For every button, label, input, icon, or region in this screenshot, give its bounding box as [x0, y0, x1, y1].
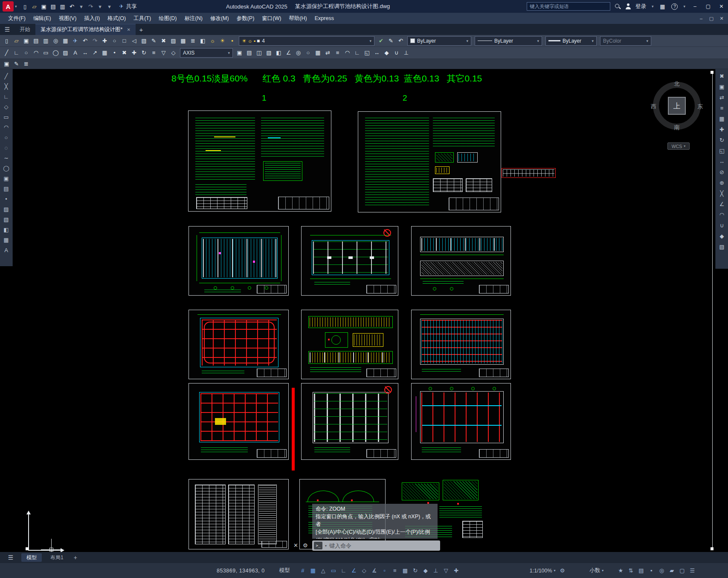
plot-icon[interactable]: ▥: [41, 36, 51, 46]
dynamic-input-icon[interactable]: ▭: [328, 567, 339, 574]
stretch-icon[interactable]: ↔: [717, 157, 727, 166]
isolate-objects-icon[interactable]: ◎: [656, 567, 667, 574]
menu-file[interactable]: 文件(F): [4, 13, 29, 24]
arc-icon[interactable]: ◠: [1, 123, 12, 132]
join-icon[interactable]: ∪: [717, 221, 727, 230]
paste-clip-icon[interactable]: ▩: [178, 36, 188, 46]
grid-icon[interactable]: #: [298, 567, 308, 574]
revcloud-icon[interactable]: ◌: [1, 143, 12, 153]
zoom-realtime-icon[interactable]: ○: [110, 36, 119, 46]
sheet-plan-row2-col2[interactable]: [301, 226, 398, 296]
insert-block-icon[interactable]: ▣: [1, 174, 12, 183]
sheet-section-row2-col3[interactable]: [411, 226, 511, 296]
app-menu-button[interactable]: A: [3, 1, 14, 12]
rotate-icon[interactable]: ↻: [717, 136, 727, 145]
new-tab-button[interactable]: +: [136, 26, 147, 33]
signin-button[interactable]: 登录: [635, 3, 646, 10]
polar-tracking-icon[interactable]: ∠: [349, 567, 359, 574]
clip-icon[interactable]: ◧: [274, 48, 284, 58]
share-button[interactable]: ✈ 共享: [119, 3, 137, 10]
red-revision-bar[interactable]: [292, 388, 295, 471]
doc-minimize-icon[interactable]: –: [697, 16, 705, 21]
cut-clip-icon[interactable]: ✖: [159, 36, 168, 46]
command-caret-icon[interactable]: ▾: [325, 544, 327, 548]
line-icon[interactable]: ╱: [1, 72, 12, 81]
color-plot-legend-text[interactable]: 8号色0.15淡显60% 红色 0.3 青色为0.25 黄色为0.13 蓝色0.…: [171, 73, 482, 84]
sheet-plan-row3-col1[interactable]: [189, 310, 289, 379]
layer-lock-icon[interactable]: ▪: [227, 36, 237, 46]
layer-filter-icon[interactable]: ▽: [159, 48, 168, 58]
help-caret-icon[interactable]: ▾: [683, 4, 685, 9]
previous-layer-icon[interactable]: ↶: [396, 36, 406, 46]
menu-window[interactable]: 窗口(W): [258, 13, 285, 24]
viewport-icon[interactable]: ▣: [2, 59, 12, 69]
layer-color-swatch[interactable]: ■: [257, 38, 260, 44]
trim-icon[interactable]: ⊘: [717, 168, 727, 177]
sheet-section-row3-col2[interactable]: [301, 310, 398, 379]
infer-constraints-icon[interactable]: △: [318, 567, 328, 574]
ellipse-tool-icon[interactable]: ◯: [51, 48, 61, 58]
gizmo-icon[interactable]: ✚: [451, 567, 461, 574]
copy-icon[interactable]: ▣: [717, 82, 727, 92]
annotation-autoscale-icon[interactable]: ⇅: [626, 567, 636, 574]
selection-cycling-icon[interactable]: ↻: [410, 567, 421, 574]
menu-format[interactable]: 格式(O): [104, 13, 130, 24]
menu-view[interactable]: 视图(V): [55, 13, 81, 24]
isodraft-icon[interactable]: ◇: [359, 567, 369, 574]
graphics-performance-icon[interactable]: ▰: [667, 567, 677, 574]
lineweight-dropdown[interactable]: ByLayer ▾: [545, 36, 597, 46]
qat-undo-caret-icon[interactable]: ▾: [77, 3, 86, 10]
viewcube-top-face[interactable]: 上: [668, 97, 686, 115]
window-minimize-icon[interactable]: –: [688, 0, 702, 13]
layer-off-icon[interactable]: ☼: [208, 36, 218, 46]
qat-save-icon[interactable]: ▣: [39, 3, 49, 10]
save-as-icon[interactable]: ▤: [31, 36, 41, 46]
join-icon[interactable]: ∪: [392, 48, 401, 58]
dimension-tool-icon[interactable]: ↔: [80, 48, 90, 58]
group-icon[interactable]: ◎: [293, 48, 303, 58]
workspace-gear-icon[interactable]: ⚙: [560, 567, 565, 574]
app-menu-caret-icon[interactable]: ▾: [15, 4, 17, 9]
annotation-scale-button[interactable]: 1:1/100% ▾: [530, 568, 556, 574]
menu-modify[interactable]: 修改(M): [206, 13, 233, 24]
qat-plot-icon[interactable]: ▥: [58, 3, 67, 10]
gradient-icon[interactable]: ▧: [1, 215, 12, 224]
red-detail-table[interactable]: [502, 168, 556, 178]
viewcube-south-label[interactable]: 南: [653, 124, 701, 131]
menu-help[interactable]: 帮助(H): [285, 13, 310, 24]
qat-redo-caret-icon[interactable]: ▾: [96, 3, 105, 10]
grip-handle[interactable]: [711, 71, 713, 74]
snap-icon[interactable]: ▦: [308, 567, 318, 574]
start-tab[interactable]: 开始: [15, 24, 35, 35]
viewcube-west-label[interactable]: 西: [651, 103, 656, 110]
model-tab[interactable]: 模型: [21, 553, 42, 562]
stretch-icon[interactable]: ↔: [372, 48, 382, 58]
table-tool-icon[interactable]: ▦: [100, 48, 110, 58]
sheet-general-notes-1[interactable]: [188, 110, 331, 212]
layer-bulb-icon[interactable]: ☀: [242, 38, 247, 44]
annotation-visibility-icon[interactable]: ★: [615, 567, 626, 574]
extend-icon[interactable]: ⊕: [717, 178, 727, 188]
clean-screen-icon[interactable]: ▢: [677, 567, 687, 574]
erase-tool-icon[interactable]: ✖: [119, 48, 129, 58]
polyline-tool-icon[interactable]: ∟: [12, 48, 21, 58]
mirror-icon[interactable]: ⇄: [323, 48, 333, 58]
mirror-icon[interactable]: ⇄: [717, 93, 727, 102]
search-icon[interactable]: [615, 3, 621, 10]
array-icon[interactable]: ▦: [313, 48, 323, 58]
command-input[interactable]: [329, 543, 438, 549]
qat-customize-caret-icon[interactable]: ▾: [105, 3, 114, 10]
redo-icon[interactable]: ↷: [90, 36, 100, 46]
offset-icon[interactable]: ≡: [333, 48, 342, 58]
break-icon[interactable]: ╳: [717, 189, 727, 198]
sheet-plan-row2-col1[interactable]: [189, 226, 289, 296]
sheet-schedule-tables[interactable]: [189, 479, 289, 549]
align-icon[interactable]: ⊥: [401, 48, 411, 58]
hatch-icon[interactable]: ▨: [1, 205, 12, 214]
make-current-layer-icon[interactable]: ✔: [376, 36, 386, 46]
menu-draw[interactable]: 绘图(D): [155, 13, 180, 24]
dynamic-ucs-icon[interactable]: ⊥: [431, 567, 441, 574]
array-icon[interactable]: ▦: [717, 114, 727, 124]
customization-icon[interactable]: ☰: [687, 567, 697, 574]
viewcube-north-label[interactable]: 北: [653, 80, 701, 88]
